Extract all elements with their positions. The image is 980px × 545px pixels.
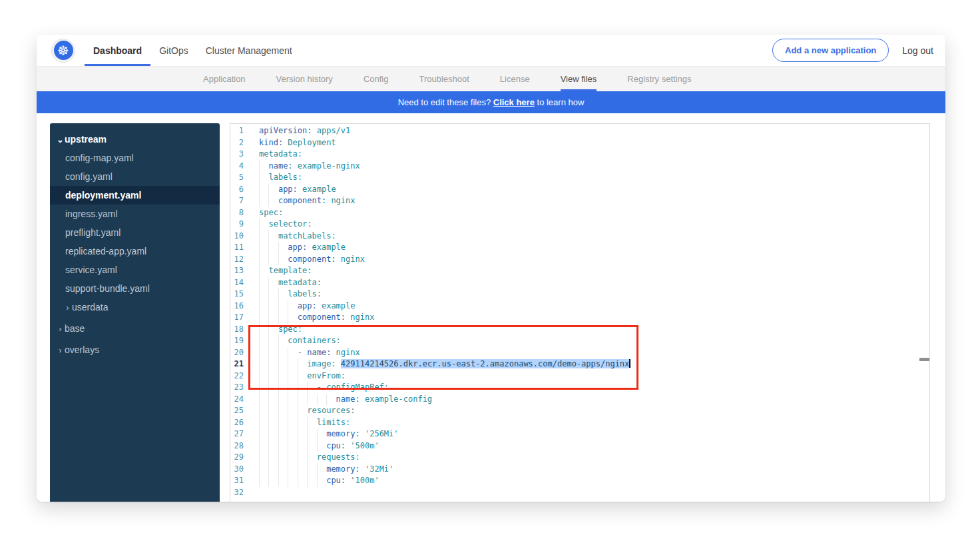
indent-guide (288, 405, 288, 417)
code-line[interactable]: 13 template: (230, 265, 929, 277)
indent-guide (288, 440, 288, 452)
tab-version-history[interactable]: Version history (276, 67, 333, 91)
chevron-right-icon: › (56, 324, 65, 334)
code-line[interactable]: 31 cpu: '100m' (230, 475, 929, 487)
yaml-key: memory: (326, 429, 360, 438)
line-number: 30 (230, 464, 244, 476)
tab-troubleshoot[interactable]: Troubleshoot (419, 67, 469, 91)
file-ingress-yaml[interactable]: ingress.yaml (50, 205, 220, 223)
primary-nav-gitops[interactable]: GitOps (150, 35, 197, 66)
code-line[interactable]: 18 spec: (230, 324, 929, 336)
yaml-block-key: metadata: (278, 278, 322, 287)
yaml-value: '256Mi' (360, 429, 399, 438)
code-line[interactable]: 14 metadata: (230, 277, 929, 289)
code-line[interactable]: 15 labels: (230, 288, 929, 300)
yaml-value: example (317, 301, 356, 310)
indent-guide (298, 417, 298, 429)
tab-application[interactable]: Application (203, 67, 246, 91)
indent-guide (259, 428, 260, 440)
indent-guide (288, 300, 288, 312)
code-line[interactable]: 26 limits: (230, 417, 929, 429)
indent-guide (307, 440, 308, 452)
selected-text: 429114214526.dkr.ecr.us-east-2.amazonaws… (341, 359, 629, 368)
yaml-block-key: configMapRef: (326, 382, 389, 392)
file-tree-sidebar: ⌄upstreamconfig-map.yamlconfig.yamldeplo… (50, 123, 220, 502)
yaml-block-key: image: (307, 359, 336, 368)
file-service-yaml[interactable]: service.yaml (50, 261, 220, 279)
code-line[interactable]: 16 app: example (230, 300, 929, 312)
text-cursor (629, 359, 630, 368)
code-line[interactable]: 17 component: nginx (230, 312, 929, 324)
line-number: 7 (230, 195, 244, 207)
line-number: 32 (230, 487, 244, 499)
tab-view-files[interactable]: View files (561, 67, 597, 91)
tab-license[interactable]: License (500, 67, 530, 91)
primary-nav-cluster-management[interactable]: Cluster Management (197, 35, 301, 66)
tree-section-upstream[interactable]: ⌄upstream (50, 130, 220, 149)
code-line[interactable]: 25 resources: (230, 405, 929, 417)
code-line[interactable]: 29 requests: (230, 452, 929, 464)
code-line[interactable]: 32 (230, 487, 929, 499)
tree-dir-userdata[interactable]: ›userdata (50, 298, 220, 316)
code-line[interactable]: 5 labels: (230, 172, 929, 184)
code-text: containers: (244, 335, 929, 347)
indent-guide (298, 405, 298, 417)
code-line[interactable]: 30 memory: '32Mi' (230, 464, 929, 476)
indent-guide (278, 254, 279, 266)
file-replicated-app-yaml[interactable]: replicated-app.yaml (50, 242, 220, 261)
line-number: 21 (230, 358, 244, 370)
code-line[interactable]: 28 cpu: '500m' (230, 440, 929, 452)
primary-nav-dashboard[interactable]: Dashboard (85, 35, 150, 66)
code-text: resources: (244, 405, 929, 417)
file-deployment-yaml[interactable]: deployment.yaml (50, 186, 220, 205)
code-line[interactable]: 11 app: example (230, 242, 929, 254)
code-line[interactable]: 22 envFrom: (230, 370, 929, 382)
yaml-key: component: (278, 196, 326, 205)
click-here-link[interactable]: Click here (493, 97, 535, 107)
code-line[interactable]: 12 component: nginx (230, 254, 929, 266)
code-line[interactable]: 8spec: (230, 207, 929, 219)
indent-guide (259, 464, 260, 476)
code-line[interactable]: 23 - configMapRef: (230, 382, 929, 394)
code-line[interactable]: 20 - name: nginx (230, 347, 929, 359)
code-line[interactable]: 9 selector: (230, 219, 929, 231)
code-line[interactable]: 24 name: example-config (230, 394, 929, 406)
line-number: 12 (230, 254, 244, 266)
tree-section-overlays[interactable]: ›overlays (50, 340, 220, 359)
tree-section-base[interactable]: ›base (50, 319, 220, 338)
indent-guide (307, 464, 308, 476)
code-line[interactable]: 21 image: 429114214526.dkr.ecr.us-east-2… (230, 358, 929, 370)
code-line[interactable]: 1apiVersion: apps/v1 (230, 125, 929, 137)
code-line[interactable]: 6 app: example (230, 184, 929, 196)
line-number: 2 (230, 137, 244, 149)
yaml-key: apiVersion: (259, 126, 312, 135)
code-text: kind: Deployment (244, 137, 929, 149)
yaml-value: example-config (360, 394, 432, 404)
file-config-yaml[interactable]: config.yaml (50, 167, 220, 186)
code-line[interactable]: 3metadata: (230, 149, 929, 161)
file-preflight-yaml[interactable]: preflight.yaml (50, 223, 220, 242)
scrollbar-thumb[interactable] (919, 358, 929, 361)
file-config-map-yaml[interactable]: config-map.yaml (50, 149, 220, 167)
tab-registry-settings[interactable]: Registry settings (627, 67, 691, 91)
code-line[interactable]: 2kind: Deployment (230, 137, 929, 149)
code-line[interactable]: 19 containers: (230, 335, 929, 347)
indent-guide (268, 300, 269, 312)
indent-guide (268, 242, 269, 254)
indent-guide (288, 382, 288, 394)
code-line[interactable]: 10 matchLabels: (230, 231, 929, 243)
code-line[interactable]: 4 name: example-nginx (230, 161, 929, 173)
code-text: component: nginx (244, 195, 929, 207)
code-text: selector: (244, 219, 929, 231)
indent-guide (259, 195, 260, 207)
code-editor[interactable]: 1apiVersion: apps/v12kind: Deployment3me… (230, 123, 930, 502)
code-line[interactable]: 7 component: nginx (230, 195, 929, 207)
code-text: requests: (244, 452, 929, 464)
code-line[interactable]: 27 memory: '256Mi' (230, 428, 929, 440)
add-application-button[interactable]: Add a new application (772, 39, 889, 62)
tab-config[interactable]: Config (364, 67, 389, 91)
indent-guide (268, 382, 269, 394)
file-label: replicated-app.yaml (65, 246, 146, 257)
logout-link[interactable]: Log out (902, 45, 933, 56)
file-support-bundle-yaml[interactable]: support-bundle.yaml (50, 279, 220, 298)
